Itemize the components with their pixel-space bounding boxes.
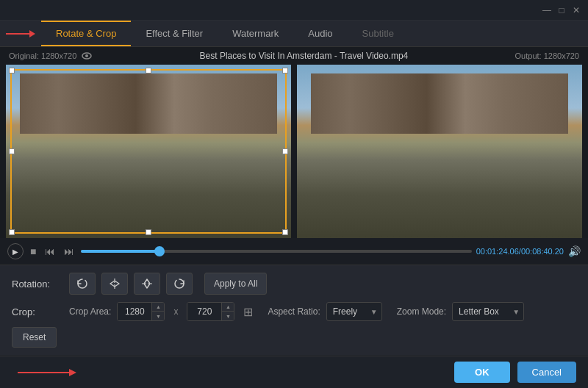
flip-vertical-button[interactable]	[134, 273, 160, 295]
crop-height-input-wrap: ▲ ▼	[187, 302, 234, 321]
video-filename: Best Places to Visit In Amsterdam - Trav…	[200, 51, 409, 61]
video-area: Original: 1280x720 Best Places to Visit …	[0, 47, 588, 238]
title-bar: — □ ✕	[0, 0, 588, 21]
crop-row: Crop: Crop Area: ▲ ▼ x ▲ ▼ ⊞ Aspect Rati…	[12, 302, 576, 321]
output-preview	[297, 65, 582, 238]
ok-button[interactable]: OK	[454, 362, 510, 383]
tab-bar: Rotate & Crop Effect & Filter Watermark …	[0, 21, 588, 47]
apply-to-all-button[interactable]: Apply to All	[204, 273, 267, 295]
crop-width-down[interactable]: ▼	[152, 312, 164, 321]
zoom-mode-select[interactable]: Letter Box Pan & Scan Full	[452, 302, 524, 321]
maximize-button[interactable]: □	[556, 4, 567, 16]
progress-track[interactable]	[81, 250, 471, 253]
crop-resize-icon[interactable]: ⊞	[243, 305, 253, 319]
scene-buildings	[20, 73, 276, 134]
original-resolution-label: Original: 1280x720	[9, 51, 76, 60]
time-current: 00:01:24.06	[476, 247, 519, 256]
video-labels-bar: Original: 1280x720 Best Places to Visit …	[0, 47, 588, 65]
svg-marker-1	[29, 30, 35, 37]
progress-fill	[81, 250, 159, 253]
original-label-group: Original: 1280x720	[9, 50, 93, 62]
bottom-arrow-area	[12, 365, 447, 380]
crop-height-input[interactable]	[187, 303, 221, 320]
time-total: 00:08:40.20	[521, 247, 564, 256]
rotation-label: Rotation:	[12, 279, 63, 290]
tab-effect-filter[interactable]: Effect & Filter	[131, 21, 218, 46]
svg-point-3	[85, 54, 88, 57]
stop-button[interactable]: ■	[28, 245, 38, 257]
flip-horizontal-button[interactable]	[101, 273, 128, 295]
minimize-button[interactable]: —	[541, 4, 553, 16]
crop-area-label: Crop Area:	[69, 306, 111, 317]
original-scene	[6, 65, 291, 238]
prev-frame-button[interactable]: ⏮	[43, 245, 57, 257]
close-button[interactable]: ✕	[570, 4, 582, 16]
crop-width-input[interactable]	[118, 303, 151, 320]
progress-thumb[interactable]	[154, 246, 165, 256]
output-scene-buildings	[311, 73, 567, 134]
play-button[interactable]: ▶	[7, 243, 24, 259]
rotation-row: Rotation:	[12, 273, 576, 295]
output-resolution-label: Output: 1280x720	[515, 51, 579, 60]
output-scene	[297, 65, 582, 238]
svg-marker-7	[69, 369, 76, 376]
playback-bar: ▶ ■ ⏮ ⏭ 00:01:24.06/00:08:40.20 🔊	[0, 238, 588, 265]
tab-subtitle[interactable]: Subtitle	[348, 21, 409, 46]
zoom-mode-label: Zoom Mode:	[397, 306, 446, 317]
crop-height-up[interactable]: ▲	[222, 302, 234, 312]
tab-audio[interactable]: Audio	[293, 21, 347, 46]
reset-button[interactable]: Reset	[12, 327, 57, 348]
eye-icon[interactable]	[81, 50, 93, 62]
controls-area: Rotation:	[0, 265, 588, 355]
aspect-ratio-select[interactable]: Freely 16:9 4:3 1:1 Custom	[326, 302, 382, 321]
crop-width-spinners: ▲ ▼	[151, 302, 164, 321]
tab-watermark[interactable]: Watermark	[218, 21, 293, 46]
tab-arrow-indicator	[0, 21, 41, 46]
crop-height-spinners: ▲ ▼	[221, 302, 234, 321]
aspect-ratio-select-wrap: Freely 16:9 4:3 1:1 Custom ▼	[326, 302, 382, 321]
cancel-button[interactable]: Cancel	[517, 362, 576, 383]
crop-height-down[interactable]: ▼	[222, 312, 234, 321]
aspect-ratio-label: Aspect Ratio:	[268, 306, 320, 317]
dimension-separator: x	[173, 306, 178, 317]
next-frame-button[interactable]: ⏭	[62, 245, 76, 257]
crop-width-up[interactable]: ▲	[152, 302, 164, 312]
tab-rotate-crop[interactable]: Rotate & Crop	[41, 21, 131, 46]
rotate-ccw-button[interactable]	[69, 273, 96, 295]
crop-label: Crop:	[12, 306, 63, 317]
rotate-cw-button[interactable]	[166, 273, 193, 295]
crop-width-input-wrap: ▲ ▼	[117, 302, 165, 321]
original-preview	[6, 65, 291, 238]
zoom-mode-select-wrap: Letter Box Pan & Scan Full ▼	[452, 302, 524, 321]
time-display: 00:01:24.06/00:08:40.20	[476, 247, 564, 256]
video-previews	[0, 65, 588, 238]
bottom-bar: OK Cancel	[0, 356, 588, 388]
volume-icon[interactable]: 🔊	[568, 245, 581, 257]
